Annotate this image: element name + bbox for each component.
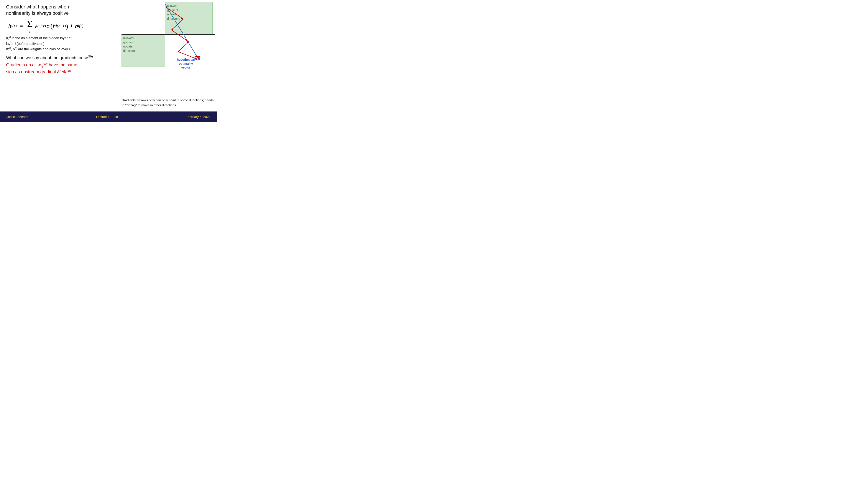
question-block: What can we say about the gradients on w… <box>6 55 115 60</box>
slide-title: Consider what happens when nonlinearity … <box>6 4 115 16</box>
left-panel: Consider what happens when nonlinearity … <box>0 0 119 111</box>
footer-date: February 6, 2022 <box>186 115 211 119</box>
svg-marker-5 <box>178 49 181 52</box>
diagram-container: allowedgradientupdatedirections allowedg… <box>122 2 215 71</box>
main-content: Consider what happens when nonlinearity … <box>0 0 217 111</box>
bottom-right-description: Gradients on rows of w can only point in… <box>122 98 216 107</box>
description-block: hi(ℓ) is the ith element of the hidden l… <box>6 35 115 52</box>
svg-line-0 <box>165 4 199 60</box>
footer-author: Justin Johnson <box>6 115 28 119</box>
footer-bar: Justin Johnson Lecture 10 - 18 February … <box>0 111 217 122</box>
diagram-svg <box>122 2 213 69</box>
formula-block: hi(ℓ) = Σ j wi,j(ℓ) σ ( hj(ℓ−1) ) + bi(ℓ… <box>8 19 115 33</box>
right-panel: allowedgradientupdatedirections allowedg… <box>119 0 217 111</box>
bottom-right-text-content: Gradients on rows of w can only point in… <box>122 98 214 107</box>
hypothetical-label: hypotheticaloptimal wvector <box>177 58 195 70</box>
highlight-text: Gradients on all wi,j(ell) have the same… <box>6 62 115 76</box>
svg-marker-3 <box>172 27 174 30</box>
footer-lecture: Lecture 10 - 18 <box>96 115 118 119</box>
title-line1: Consider what happens when <box>6 4 69 9</box>
title-line2: nonlinearity is always positive <box>6 10 69 16</box>
